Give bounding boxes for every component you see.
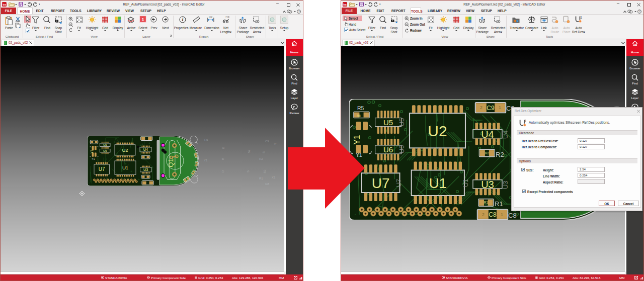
svg-text:R1: R1 — [484, 201, 489, 204]
svg-text:U5: U5 — [103, 143, 107, 146]
svg-text:R2: R2 — [485, 151, 490, 155]
svg-text:1: 1 — [501, 212, 503, 217]
svg-text:ba: ba — [343, 3, 347, 6]
svg-text:U3: U3 — [143, 167, 148, 172]
svg-text:U5: U5 — [398, 118, 406, 127]
svg-text:C8: C8 — [489, 211, 497, 218]
svg-text:U2: U2 — [122, 147, 128, 153]
svg-text:R5: R5 — [357, 114, 361, 117]
svg-text:1: 1 — [525, 119, 526, 123]
svg-text:U3: U3 — [481, 179, 494, 190]
svg-text:U7: U7 — [372, 175, 390, 191]
svg-text:U1: U1 — [122, 165, 128, 170]
svg-text:U7: U7 — [99, 166, 105, 172]
svg-text:U4: U4 — [481, 129, 494, 140]
svg-text:U4: U4 — [143, 147, 148, 152]
svg-text:Q1: Q1 — [167, 158, 175, 167]
svg-text:1.02: 1.02 — [209, 16, 212, 18]
svg-text:7.30: 7.30 — [225, 16, 229, 18]
svg-text:1: 1 — [499, 105, 501, 110]
svg-text:R5: R5 — [357, 105, 364, 111]
svg-text:?: ? — [298, 10, 299, 13]
svg-text:1: 1 — [580, 16, 582, 19]
svg-text:R1: R1 — [495, 200, 503, 208]
svg-text:U5: U5 — [383, 118, 393, 127]
svg-text:ba: ba — [3, 3, 6, 6]
svg-text:i: i — [182, 17, 184, 22]
svg-text:?: ? — [638, 10, 640, 13]
svg-text:Y1: Y1 — [92, 158, 95, 160]
svg-text:U1: U1 — [429, 175, 447, 191]
svg-text:U6: U6 — [398, 145, 406, 154]
svg-text:U6: U6 — [383, 145, 393, 154]
svg-text:U7: U7 — [395, 179, 403, 188]
svg-text:Y1: Y1 — [90, 149, 94, 154]
svg-text:2: 2 — [480, 105, 482, 110]
svg-text:U2: U2 — [428, 123, 447, 139]
svg-text:R2: R2 — [496, 151, 504, 158]
svg-text:C8: C8 — [508, 212, 517, 219]
svg-text:C9: C9 — [487, 105, 495, 112]
svg-text:U1: U1 — [462, 179, 469, 188]
svg-text:U4: U4 — [502, 131, 509, 139]
svg-text:1: 1 — [141, 17, 144, 22]
svg-text:2: 2 — [482, 212, 485, 217]
svg-text:U3: U3 — [502, 181, 509, 190]
svg-text:U6: U6 — [103, 149, 107, 152]
